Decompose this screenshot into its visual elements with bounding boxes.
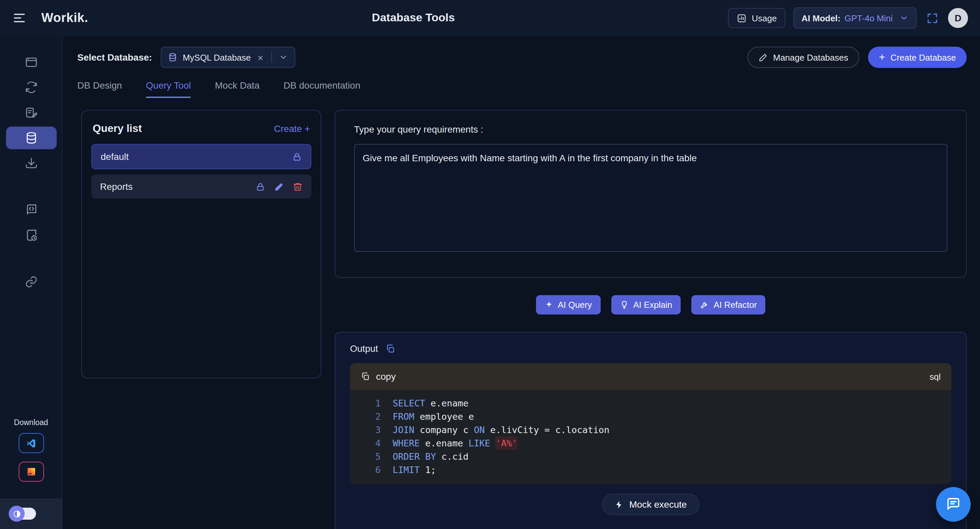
theme-toggle[interactable] [11,508,36,519]
edit-icon[interactable] [274,181,284,192]
avatar[interactable]: D [948,8,968,28]
lightbulb-icon [620,300,628,309]
top-bar: Workik. Database Tools Usage AI Model: G… [0,0,980,36]
integrations-icon[interactable] [18,76,45,98]
create-query-button[interactable]: Create + [274,123,310,134]
query-list-item-default[interactable]: default [91,144,311,169]
usage-button[interactable]: Usage [728,8,785,28]
pencil-icon [758,53,767,62]
chat-icon [945,496,961,512]
sparkle-icon [544,300,553,309]
query-requirements-input[interactable]: Give me all Employees with Name starting… [354,144,947,252]
create-database-button[interactable]: + Create Database [868,47,967,68]
database-toolbar: Select Database: MySQL Database × [77,47,967,68]
query-prompt-panel: Type your query requirements : Give me a… [335,110,967,278]
clear-database-icon[interactable]: × [256,52,265,62]
line-number: 5 [350,450,393,463]
query-list-item-reports[interactable]: Reports [91,175,311,199]
tab-query-tool[interactable]: Query Tool [146,80,191,98]
query-workspace: Type your query requirements : Give me a… [335,110,967,529]
code-token: employee e [414,410,474,423]
ai-explain-label: AI Explain [633,300,672,310]
query-name: default [101,151,129,162]
sidebar-footer [0,498,62,529]
usage-label: Usage [752,13,777,23]
line-number: 3 [350,423,393,436]
data-editor-icon[interactable] [18,101,45,124]
vscode-download-button[interactable] [18,433,44,453]
ai-model-label: AI Model: [802,13,841,23]
tab-db-design[interactable]: DB Design [77,80,122,98]
code-body: 1SELECT e.ename2FROM employee e3JOIN com… [350,390,951,485]
line-number: 6 [350,463,393,477]
code-line: 1SELECT e.ename [350,396,951,410]
code-token: 'A%' [496,436,517,450]
code-token: FROM [393,410,414,423]
copy-icon [361,372,370,381]
download-label: Download [14,418,48,426]
wrench-icon [700,300,709,309]
jetbrains-download-button[interactable] [18,462,44,482]
tab-mock-data[interactable]: Mock Data [215,80,260,98]
chat-fab-button[interactable] [936,487,970,522]
code-header: copy sql [350,363,951,390]
lock-icon[interactable] [292,152,302,162]
query-list-title: Query list [93,122,142,135]
code-token: JOIN [393,423,414,436]
ai-actions: AI Query AI Explain AI Ref [335,295,967,315]
line-number: 4 [350,436,393,450]
delete-icon[interactable] [293,181,303,192]
database-select-chip[interactable]: MySQL Database × [161,47,295,68]
code-language-badge: sql [930,372,941,381]
ai-explain-button[interactable]: AI Explain [611,295,681,315]
usage-icon [737,13,746,23]
sidebar: Download [0,36,63,529]
line-number: 1 [350,396,393,410]
ai-refactor-label: AI Refactor [714,300,757,310]
theme-icon [9,506,25,522]
window-icon[interactable] [18,51,45,73]
ai-query-button[interactable]: AI Query [536,295,601,315]
ai-model-value: GPT-4o Mini [845,13,893,23]
tab-db-documentation[interactable]: DB documentation [284,80,360,98]
output-title: Output [350,343,378,354]
code-token: SELECT [393,396,425,410]
code-token: LIKE [469,436,490,450]
code-line: 6LIMIT 1; [350,463,951,477]
manage-databases-label: Manage Databases [773,52,848,62]
copy-label: copy [376,371,396,382]
ai-model-select[interactable]: AI Model: GPT-4o Mini [794,7,917,29]
docs-history-icon[interactable] [18,224,45,246]
line-number: 2 [350,410,393,423]
code-token: WHERE [393,436,420,450]
code-token: e.ename [425,396,469,410]
ai-query-label: AI Query [558,300,592,310]
mock-execute-button[interactable]: Mock execute [602,494,700,515]
fullscreen-icon[interactable] [926,12,939,24]
copy-code-button[interactable]: copy [361,371,396,382]
link-icon[interactable] [18,270,45,293]
app-logo[interactable]: Workik. [41,11,88,25]
main-content: Select Database: MySQL Database × [63,36,980,529]
code-token: e.livCity = c.location [485,423,609,436]
code-token: ORDER BY [393,450,436,463]
plus-icon: + [879,52,885,63]
code-docs-icon[interactable] [18,199,45,221]
code-token: 1; [420,463,436,477]
mock-execute-label: Mock execute [629,499,687,510]
lock-icon[interactable] [255,181,265,192]
copy-output-icon[interactable] [385,343,395,353]
manage-databases-button[interactable]: Manage Databases [747,47,860,68]
code-token: LIMIT [393,463,420,477]
output-panel: Output copy [335,332,967,529]
page-title: Database Tools [372,11,455,25]
chevron-down-icon[interactable] [278,52,288,62]
sidebar-item-database[interactable] [6,127,56,149]
ai-refactor-button[interactable]: AI Refactor [692,295,766,315]
code-token [490,436,496,450]
downloads-icon[interactable] [18,152,45,175]
lightning-icon [615,500,623,509]
code-line: 3JOIN company c ON e.livCity = c.locatio… [350,423,951,436]
selected-database-name: MySQL Database [183,52,251,62]
menu-icon[interactable] [12,11,27,25]
